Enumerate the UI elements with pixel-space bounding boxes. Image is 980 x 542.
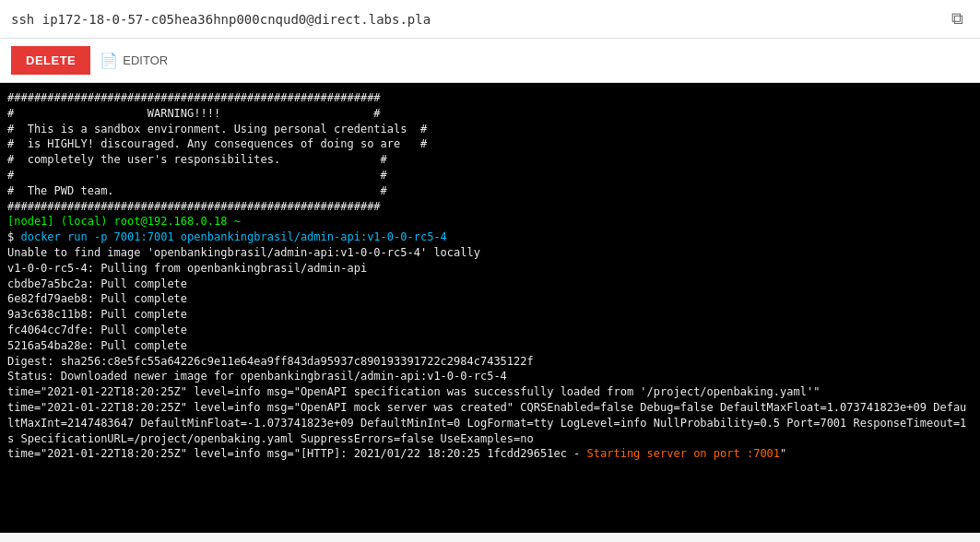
top-bar: ssh ip172-18-0-57-c05hea36hnp000cnqud0@d… (0, 0, 980, 39)
copy-icon[interactable]: ⧉ (946, 7, 969, 30)
delete-button[interactable]: DELETE (11, 46, 90, 75)
editor-label: EDITOR (123, 53, 168, 67)
terminal-content: ########################################… (7, 90, 973, 462)
editor-icon: 📄 (100, 52, 118, 69)
terminal: ########################################… (0, 83, 980, 533)
ssh-address: ssh ip172-18-0-57-c05hea36hnp000cnqud0@d… (11, 12, 937, 27)
editor-button[interactable]: 📄 EDITOR (100, 52, 168, 69)
action-bar: DELETE 📄 EDITOR (0, 39, 980, 83)
